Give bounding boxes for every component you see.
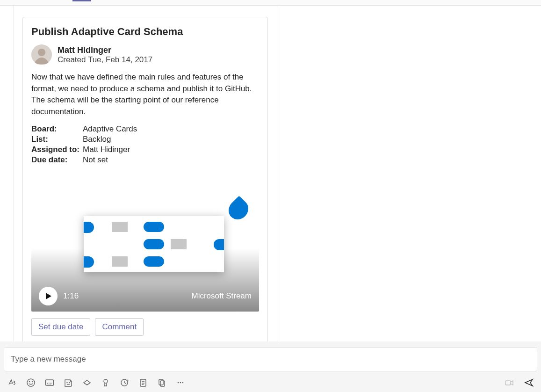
decor-pill [214, 239, 224, 250]
decor-pill [84, 256, 94, 268]
gif-icon[interactable]: GIF [45, 378, 54, 387]
svg-rect-14 [160, 381, 165, 386]
active-tab-indicator [72, 0, 91, 1]
decor-rect [112, 256, 128, 267]
svg-point-8 [67, 383, 67, 383]
media-preview[interactable]: 1:16 Microsoft Stream [31, 171, 259, 312]
praise-icon[interactable] [101, 378, 110, 387]
card-author-row: Matt Hidinger Created Tue, Feb 14, 2017 [31, 44, 259, 65]
decor-rect [112, 222, 128, 232]
svg-point-5 [32, 382, 33, 382]
decor-pill [144, 239, 164, 249]
avatar-placeholder-icon [31, 44, 52, 65]
author-created: Created Tue, Feb 14, 2017 [58, 55, 152, 65]
format-icon[interactable] [7, 378, 17, 387]
fact-key-board: Board: [31, 124, 83, 134]
comment-button[interactable]: Comment [95, 318, 144, 336]
play-button[interactable] [39, 287, 58, 305]
fact-value-list: Backlog [83, 135, 259, 144]
set-due-date-button[interactable]: Set due date [31, 318, 90, 336]
play-icon [44, 292, 52, 300]
message-column: Publish Adaptive Card Schema Matt Hiding… [13, 6, 277, 345]
svg-point-3 [27, 379, 35, 386]
svg-point-1 [38, 49, 45, 56]
media-center-panel [84, 216, 224, 272]
svg-point-10 [104, 379, 108, 383]
svg-point-17 [182, 382, 184, 384]
schedule-icon[interactable] [120, 378, 129, 387]
media-bottom-bar: 1:16 Microsoft Stream [31, 281, 259, 312]
avatar [31, 44, 52, 65]
author-name: Matt Hidinger [58, 45, 152, 56]
extensions-icon[interactable] [82, 378, 92, 387]
fact-key-list: List: [31, 135, 83, 144]
svg-point-9 [69, 383, 70, 383]
decor-rect [171, 239, 187, 249]
fact-key-due: Due date: [31, 155, 83, 165]
svg-point-15 [178, 382, 179, 384]
decor-pill [84, 222, 94, 233]
meet-now-icon[interactable] [505, 378, 514, 387]
approvals-icon[interactable] [138, 378, 148, 387]
adaptive-card: Publish Adaptive Card Schema Matt Hiding… [22, 17, 268, 345]
compose-area: GIF [0, 341, 541, 392]
svg-text:GIF: GIF [47, 382, 52, 385]
fact-set: Board: Adaptive Cards List: Backlog Assi… [31, 124, 259, 165]
card-body-text: Now that we have defined the main rules … [31, 72, 259, 118]
compose-input[interactable] [10, 354, 531, 364]
fact-value-due: Not set [83, 155, 259, 165]
sticker-icon[interactable] [64, 378, 73, 387]
copy-icon[interactable] [157, 378, 166, 387]
media-source: Microsoft Stream [192, 291, 252, 301]
svg-point-16 [180, 382, 181, 384]
fact-key-assigned: Assigned to: [31, 145, 83, 154]
decor-pill [144, 222, 164, 232]
decor-droplet [224, 196, 252, 223]
fact-value-board: Adaptive Cards [83, 124, 259, 134]
svg-point-4 [29, 382, 30, 382]
compose-box[interactable] [4, 347, 537, 371]
svg-rect-18 [505, 381, 511, 385]
fact-value-assigned: Matt Hidinger [83, 145, 259, 154]
media-duration: 1:16 [63, 291, 79, 301]
more-icon[interactable] [176, 378, 185, 387]
svg-rect-13 [159, 379, 163, 385]
send-button[interactable] [524, 378, 534, 387]
emoji-icon[interactable] [26, 378, 36, 387]
top-tab-strip [0, 0, 541, 6]
message-stage: Publish Adaptive Card Schema Matt Hiding… [0, 6, 541, 341]
svg-marker-2 [46, 293, 51, 299]
compose-toolbar: GIF [7, 376, 534, 389]
card-actions: Set due date Comment [31, 318, 259, 336]
card-title: Publish Adaptive Card Schema [31, 26, 259, 38]
decor-pill [144, 256, 164, 267]
